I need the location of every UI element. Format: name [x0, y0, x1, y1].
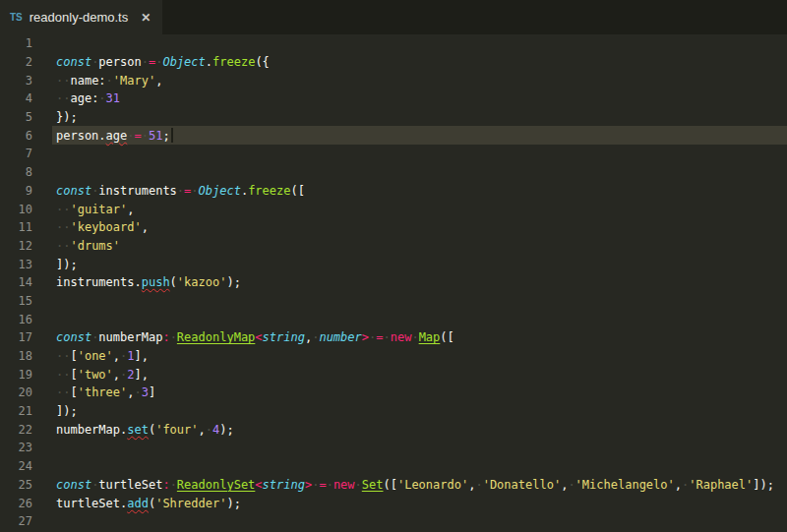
whitespace-dot: · — [91, 55, 98, 69]
whitespace-dot: · — [142, 129, 149, 143]
line-number: 25 — [0, 478, 52, 492]
whitespace-dot: ·· — [56, 349, 70, 363]
line-number: 2 — [0, 55, 52, 69]
code-line[interactable]: 9const·instruments·=·Object.freeze([ — [0, 182, 787, 201]
code-line[interactable]: 12··'drums' — [0, 237, 787, 256]
line-number: 3 — [0, 74, 52, 88]
code-line[interactable]: 24 — [0, 457, 787, 476]
whitespace-dot: · — [177, 184, 184, 198]
code-text: ··['one',·1], — [52, 347, 787, 366]
code-line[interactable]: 2const·person·=·Object.freeze({ — [0, 53, 787, 72]
whitespace-dot: · — [355, 478, 362, 492]
whitespace-dot: · — [142, 55, 149, 69]
code-text: ··name:·'Mary', — [52, 71, 787, 89]
code-text — [52, 310, 787, 328]
whitespace-dot: ·· — [56, 74, 70, 88]
line-number: 18 — [0, 349, 52, 363]
code-line[interactable]: 25const·turtleSet:·ReadonlySet<string>·=… — [0, 476, 787, 495]
code-line[interactable]: 19··['two',·2], — [0, 365, 787, 384]
whitespace-dot: · — [98, 91, 105, 105]
line-number: 6 — [0, 129, 52, 143]
tab-title: readonly-demo.ts — [30, 10, 128, 25]
code-line[interactable]: 23 — [0, 439, 787, 457]
whitespace-dot: · — [206, 423, 212, 437]
line-number: 16 — [0, 313, 52, 326]
code-text: const·turtleSet:·ReadonlySet<string>·=·n… — [52, 476, 787, 495]
line-number: 17 — [0, 330, 52, 344]
code-line[interactable]: 27 — [0, 512, 787, 531]
code-text: turtleSet.add('Shredder'); — [52, 494, 787, 512]
code-editor[interactable]: 12const·person·=·Object.freeze({3··name:… — [0, 34, 787, 532]
whitespace-dot: · — [568, 478, 575, 492]
code-line[interactable]: 21]); — [0, 402, 787, 421]
line-number: 23 — [0, 441, 52, 454]
line-number: 4 — [0, 91, 52, 105]
whitespace-dot: · — [383, 330, 390, 344]
code-line[interactable]: 3··name:·'Mary', — [0, 71, 787, 89]
whitespace-dot: · — [127, 129, 134, 143]
line-number: 15 — [0, 294, 52, 308]
whitespace-dot: · — [191, 184, 198, 198]
line-number: 1 — [0, 36, 52, 50]
code-text: const·instruments·=·Object.freeze([ — [52, 182, 787, 201]
code-text: numberMap.set('four',·4); — [52, 420, 787, 439]
line-number: 14 — [0, 275, 52, 289]
code-line[interactable]: 5}); — [0, 108, 787, 127]
whitespace-dot: · — [411, 330, 418, 344]
code-line[interactable]: 8 — [0, 163, 787, 182]
whitespace-dot: · — [135, 385, 142, 399]
line-number: 24 — [0, 459, 52, 473]
code-line[interactable]: 7 — [0, 145, 787, 163]
close-icon[interactable]: ✕ — [141, 12, 151, 24]
code-line[interactable]: 4··age:·31 — [0, 89, 787, 108]
whitespace-dot: · — [475, 478, 482, 492]
whitespace-dot: ·· — [56, 220, 70, 234]
whitespace-dot: · — [327, 478, 333, 492]
code-line[interactable]: 1 — [0, 34, 787, 53]
code-text: ··['three',·3] — [52, 384, 787, 402]
line-number: 21 — [0, 404, 52, 418]
code-text — [52, 457, 787, 476]
code-text — [52, 439, 787, 457]
code-line[interactable]: 22numberMap.set('four',·4); — [0, 420, 787, 439]
tab-readonly-demo[interactable]: TS readonly-demo.ts ✕ — [0, 0, 162, 34]
code-line[interactable]: 11··'keyboard', — [0, 218, 787, 237]
whitespace-dot: · — [312, 478, 319, 492]
code-line[interactable]: 20··['three',·3] — [0, 384, 787, 402]
code-text: const·person·=·Object.freeze({ — [52, 53, 787, 72]
tab-bar-empty-space — [162, 0, 787, 34]
line-number: 11 — [0, 220, 52, 234]
code-line[interactable]: 15 — [0, 292, 787, 311]
code-line[interactable]: 16 — [0, 310, 787, 328]
code-line[interactable]: 17const·numberMap:·ReadonlyMap<string,·n… — [0, 328, 787, 347]
code-line[interactable]: 14instruments.push('kazoo'); — [0, 273, 787, 292]
line-number: 7 — [0, 147, 52, 160]
line-number: 19 — [0, 368, 52, 382]
whitespace-dot: ·· — [56, 91, 70, 105]
code-text: instruments.push('kazoo'); — [52, 273, 787, 292]
code-line[interactable]: 10··'guitar', — [0, 200, 787, 218]
code-line[interactable]: 26turtleSet.add('Shredder'); — [0, 494, 787, 512]
line-number: 5 — [0, 110, 52, 124]
code-area: 12const·person·=·Object.freeze({3··name:… — [0, 34, 787, 531]
whitespace-dot: · — [120, 368, 127, 382]
line-number: 27 — [0, 514, 52, 528]
code-line[interactable]: 6person.age·=·51; — [0, 126, 787, 145]
code-text — [52, 512, 787, 531]
code-text: }); — [52, 108, 787, 127]
line-number: 26 — [0, 497, 52, 510]
code-text: person.age·=·51; — [52, 126, 787, 145]
line-number: 20 — [0, 385, 52, 399]
code-text: ]); — [52, 402, 787, 421]
code-line[interactable]: 13]); — [0, 255, 787, 273]
line-number: 9 — [0, 184, 52, 198]
code-text: ··['two',·2], — [52, 365, 787, 384]
whitespace-dot: · — [312, 330, 319, 344]
code-line[interactable]: 18··['one',·1], — [0, 347, 787, 366]
whitespace-dot: · — [106, 74, 113, 88]
code-text: ··age:·31 — [52, 89, 787, 108]
code-text — [52, 163, 787, 182]
whitespace-dot: ·· — [56, 203, 70, 216]
whitespace-dot: · — [120, 349, 127, 363]
code-text — [52, 145, 787, 163]
